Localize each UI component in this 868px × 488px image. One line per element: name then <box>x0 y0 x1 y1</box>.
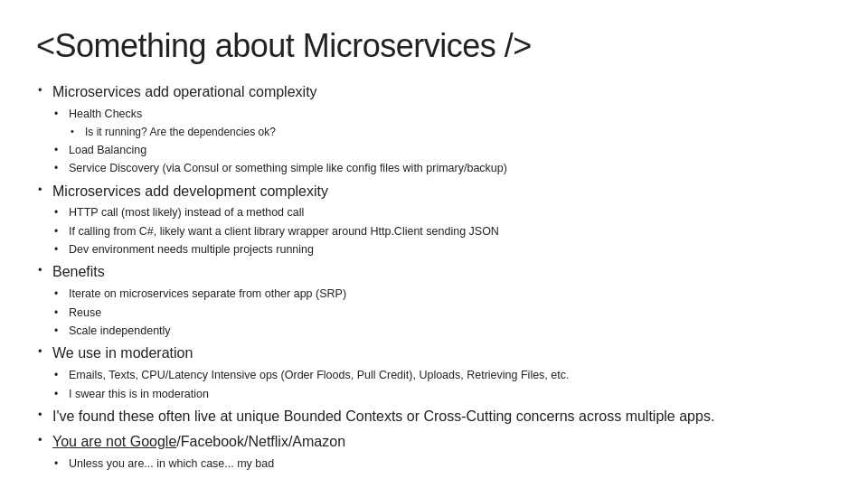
dev-env-item: Dev environment needs multiple projects … <box>52 241 832 258</box>
section-moderation-label: We use in moderation <box>52 345 193 361</box>
swear-label: I swear this is in moderation <box>69 388 209 400</box>
section-moderation: We use in moderation Emails, Texts, CPU/… <box>36 343 832 403</box>
load-balancing-item: Load Balancing <box>52 142 832 159</box>
op-complexity-list: Health Checks Is it running? Are the dep… <box>52 106 832 178</box>
moderation-list: Emails, Texts, CPU/Latency Intensive ops… <box>52 367 832 403</box>
scale-independently-label: Scale independently <box>69 324 171 337</box>
http-call-label: HTTP call (most likely) instead of a met… <box>69 206 304 219</box>
emails-item: Emails, Texts, CPU/Latency Intensive ops… <box>52 367 832 384</box>
section-op-complexity: Microservices add operational complexity… <box>36 81 832 178</box>
section-not-google: You are not Google/Facebook/Netflix/Amaz… <box>36 431 832 473</box>
section-benefits-label: Benefits <box>52 264 105 279</box>
dev-complexity-list: HTTP call (most likely) instead of a met… <box>52 204 832 258</box>
http-call-item: HTTP call (most likely) instead of a met… <box>52 204 832 221</box>
slide-title: <Something about Microservices /> <box>36 27 832 65</box>
swear-item: I swear this is in moderation <box>52 386 832 403</box>
slide-content: Microservices add operational complexity… <box>36 81 832 473</box>
section-dev-complexity-label: Microservices add development complexity <box>52 183 328 199</box>
health-checks-label: Health Checks <box>69 108 142 120</box>
slide: <Something about Microservices /> Micros… <box>0 0 868 488</box>
not-google-list: Unless you are... in which case... my ba… <box>52 455 832 473</box>
load-balancing-label: Load Balancing <box>69 144 146 156</box>
section-dev-complexity: Microservices add development complexity… <box>36 181 832 259</box>
scale-independently-item: Scale independently <box>52 323 832 340</box>
health-checks-sublist: Is it running? Are the dependencies ok? <box>69 124 832 141</box>
reuse-label: Reuse <box>69 306 101 319</box>
is-it-running-item: Is it running? Are the dependencies ok? <box>69 124 832 141</box>
emails-label: Emails, Texts, CPU/Latency Intensive ops… <box>69 369 569 381</box>
section-benefits: Benefits Iterate on microservices separa… <box>36 261 832 340</box>
section-bounded-contexts-label: I've found these often live at unique Bo… <box>52 408 714 424</box>
calling-from-item: If calling from C#, likely want a client… <box>52 223 832 240</box>
section-bounded-contexts: I've found these often live at unique Bo… <box>36 406 832 428</box>
reuse-item: Reuse <box>52 305 832 322</box>
service-discovery-item: Service Discovery (via Consul or somethi… <box>52 160 832 177</box>
health-checks-item: Health Checks Is it running? Are the dep… <box>52 106 832 141</box>
section-not-google-label: You are not Google/Facebook/Netflix/Amaz… <box>52 434 345 449</box>
unless-label: Unless you are... in which case... my ba… <box>69 457 274 470</box>
you-are-not-google-underline: You are not Google <box>52 434 176 449</box>
iterate-label: Iterate on microservices separate from o… <box>69 287 346 300</box>
iterate-item: Iterate on microservices separate from o… <box>52 286 832 303</box>
calling-from-label: If calling from C#, likely want a client… <box>69 225 499 238</box>
benefits-list: Iterate on microservices separate from o… <box>52 286 832 340</box>
is-it-running-label: Is it running? Are the dependencies ok? <box>85 126 276 138</box>
service-discovery-label: Service Discovery (via Consul or somethi… <box>69 162 507 174</box>
section-op-complexity-label: Microservices add operational complexity <box>52 84 317 99</box>
dev-env-label: Dev environment needs multiple projects … <box>69 243 314 256</box>
unless-item: Unless you are... in which case... my ba… <box>52 455 832 473</box>
main-list: Microservices add operational complexity… <box>36 81 832 473</box>
